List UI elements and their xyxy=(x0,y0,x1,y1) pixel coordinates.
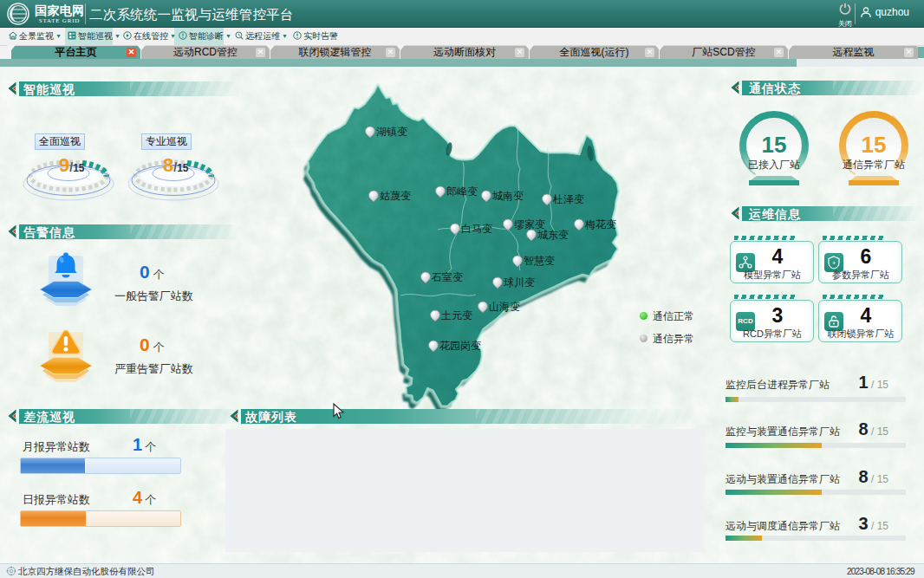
svg-text:城东变: 城东变 xyxy=(537,229,569,241)
svg-text:石室变: 石室变 xyxy=(431,271,463,283)
svg-text:智慧变: 智慧变 xyxy=(524,255,555,267)
svg-text:湖镇变: 湖镇变 xyxy=(376,126,407,138)
svg-text:花园岗变: 花园岗变 xyxy=(439,340,481,352)
svg-text:白马变: 白马变 xyxy=(461,223,492,235)
svg-text:梅花变: 梅花变 xyxy=(584,218,616,231)
svg-text:郎峰变: 郎峰变 xyxy=(446,185,478,198)
svg-text:杜泽变: 杜泽变 xyxy=(552,193,584,205)
svg-text:山海变: 山海变 xyxy=(489,301,520,313)
svg-text:+: + xyxy=(832,260,836,266)
svg-text:城南变: 城南变 xyxy=(492,190,524,202)
svg-text:姑蔑变: 姑蔑变 xyxy=(380,190,411,202)
svg-text:球川变: 球川变 xyxy=(504,276,535,289)
svg-text:土元变: 土元变 xyxy=(441,309,472,321)
